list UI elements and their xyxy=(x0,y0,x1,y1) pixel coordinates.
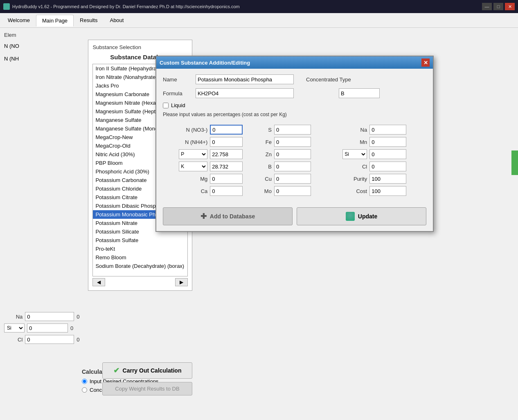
name-input[interactable] xyxy=(196,74,294,84)
modal-close-button[interactable]: ✕ xyxy=(421,58,430,67)
minimize-button[interactable]: — xyxy=(482,3,492,10)
app-icon xyxy=(3,3,10,10)
formula-row: Formula xyxy=(163,88,426,98)
update-button[interactable]: Update xyxy=(297,207,426,225)
mo-grid-input[interactable] xyxy=(274,186,311,196)
ca-grid-label: Ca xyxy=(165,186,207,196)
formula-label: Formula xyxy=(163,90,191,97)
name-row: Name Concentrated Type xyxy=(163,74,426,84)
mn-grid-input[interactable] xyxy=(369,137,406,147)
custom-substance-modal: Custom Substance Addition/Editing ✕ Name… xyxy=(155,56,434,232)
mg-grid-input[interactable] xyxy=(210,174,243,184)
disk-icon xyxy=(346,212,355,221)
main-content: Elem N (NO N (NH Substance Selection Sub… xyxy=(0,28,518,420)
k-select[interactable]: K K2O xyxy=(179,162,207,171)
b-grid-input[interactable] xyxy=(274,162,311,171)
add-to-database-button[interactable]: ✚ Add to Database xyxy=(163,207,293,225)
n-no3-grid-input[interactable] xyxy=(210,125,243,135)
hint-text: Please input values as percentages (cost… xyxy=(163,112,426,117)
formula-input[interactable] xyxy=(196,88,294,98)
app-title: HydroBuddy v1.62 - Programmed and Design… xyxy=(12,4,482,9)
tab-welcome[interactable]: Welcome xyxy=(2,14,36,26)
menubar: Welcome Main Page Results About xyxy=(0,13,518,28)
zn-grid-input[interactable] xyxy=(274,149,311,159)
fields-table: N (NO3-) S Na N (NH4+) Fe Mn xyxy=(163,122,426,198)
si-grid-input[interactable] xyxy=(369,149,406,159)
n-nh4-grid-input[interactable] xyxy=(210,137,243,147)
mo-grid-label: Mo xyxy=(261,186,272,196)
cu-grid-input[interactable] xyxy=(274,174,311,184)
cl-grid-label: Cl xyxy=(331,162,367,171)
tab-main-page[interactable]: Main Page xyxy=(36,15,74,27)
close-window-button[interactable]: ✕ xyxy=(505,3,515,10)
k-grid-label: K K2O xyxy=(165,162,207,171)
n-nh4-grid-label: N (NH4+) xyxy=(165,137,207,147)
update-label: Update xyxy=(358,213,377,220)
ca-grid-input[interactable] xyxy=(210,186,243,196)
si-grid-label: Si SiO2 xyxy=(331,149,367,159)
p-grid-label: P P2O5 xyxy=(165,149,207,159)
tab-results[interactable]: Results xyxy=(74,14,104,26)
titlebar: HydroBuddy v1.62 - Programmed and Design… xyxy=(0,0,518,13)
na-grid-label: Na xyxy=(331,125,367,135)
mn-grid-label: Mn xyxy=(331,137,367,147)
cl-grid-input[interactable] xyxy=(369,162,406,171)
tab-about[interactable]: About xyxy=(104,14,130,26)
cost-grid-label: Cost xyxy=(331,186,367,196)
name-label: Name xyxy=(163,76,191,83)
modal-body: Name Concentrated Type Formula Liquid xyxy=(156,69,433,204)
purity-grid-label: Purity xyxy=(331,174,367,184)
modal-title: Custom Substance Addition/Editing xyxy=(160,60,421,66)
add-to-db-label: Add to Database xyxy=(210,213,255,220)
window-controls: — □ ✕ xyxy=(482,3,515,10)
fe-grid-input[interactable] xyxy=(274,137,311,147)
liquid-checkbox[interactable] xyxy=(163,103,169,108)
liquid-label: Liquid xyxy=(171,102,185,108)
concentrated-type-label: Concentrated Type xyxy=(306,76,351,83)
b-grid-label: B xyxy=(261,162,272,171)
k-grid-input[interactable] xyxy=(210,162,243,171)
maximize-button[interactable]: □ xyxy=(493,3,503,10)
fe-grid-label: Fe xyxy=(261,137,272,147)
modal-footer: ✚ Add to Database Update xyxy=(156,204,433,231)
modal-overlay: Custom Substance Addition/Editing ✕ Name… xyxy=(0,28,518,420)
n-no3-grid-label: N (NO3-) xyxy=(165,125,207,135)
p-select[interactable]: P P2O5 xyxy=(179,149,207,159)
na-grid-input[interactable] xyxy=(369,125,406,135)
p-grid-input[interactable] xyxy=(210,149,243,159)
concentrated-type-input[interactable] xyxy=(339,88,380,98)
mg-grid-label: Mg xyxy=(165,174,207,184)
si-modal-select[interactable]: Si SiO2 xyxy=(342,149,367,159)
cost-grid-input[interactable] xyxy=(369,186,406,196)
plus-icon: ✚ xyxy=(200,212,207,221)
purity-grid-input[interactable] xyxy=(369,174,406,184)
zn-grid-label: Zn xyxy=(261,149,272,159)
s-grid-input[interactable] xyxy=(274,125,311,135)
liquid-row: Liquid xyxy=(163,102,426,108)
s-grid-label: S xyxy=(261,125,272,135)
modal-titlebar: Custom Substance Addition/Editing ✕ xyxy=(156,56,433,69)
cu-grid-label: Cu xyxy=(261,174,272,184)
